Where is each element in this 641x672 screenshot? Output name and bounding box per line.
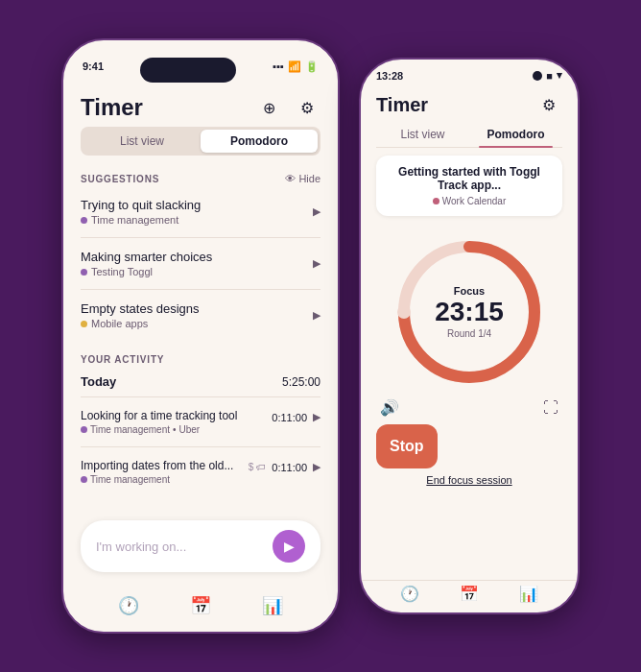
app-title-left: Timer [81, 94, 143, 121]
activity-play-2[interactable]: ▶ [313, 461, 320, 473]
nav-reports-left[interactable]: 📊 [262, 595, 283, 616]
settings-button[interactable]: ⚙ [294, 94, 320, 121]
suggestion-tag-2: Testing Toggl [81, 266, 212, 277]
suggestion-name-3: Empty states designs [81, 301, 200, 316]
activity-meta-1: Time management • Uber [81, 424, 237, 435]
timer-inner: Focus 23:15 Round 1/4 [435, 285, 504, 339]
eye-icon: 👁 [285, 173, 296, 184]
bottom-nav-right: 🕐 📅 📊 [361, 580, 578, 607]
dot-activity-2 [81, 476, 87, 483]
timer-focus-label: Focus [435, 285, 504, 297]
settings-button-right[interactable]: ⚙ [535, 91, 562, 118]
suggestion-tag-3: Mobile apps [81, 318, 200, 329]
working-placeholder: I'm working on... [96, 540, 186, 554]
activity-name-2: Importing dates from the old... [81, 459, 233, 472]
activity-section: YOUR ACTIVITY Today 5:25:00 Looking for … [63, 337, 338, 492]
nav-calendar-right[interactable]: 📅 [460, 585, 479, 603]
activity-time-2: 0:11:00 [272, 462, 307, 473]
left-phone: 9:41 ▪▪▪ 📶 🔋 Timer ⊕ ⚙ List view Pomodor… [61, 38, 340, 634]
play-icon-3[interactable]: ▶ [313, 309, 320, 322]
add-button[interactable]: ⊕ [255, 94, 282, 121]
calendar-dot [433, 198, 439, 204]
timer-ring: Focus 23:15 Round 1/4 [392, 235, 546, 389]
timer-round: Round 1/4 [435, 328, 504, 339]
task-card: Getting started with Toggl Track app... … [376, 156, 562, 216]
today-total: 5:25:00 [282, 375, 320, 389]
suggestions-header: SUGGESTIONS 👁 Hide [63, 165, 338, 190]
divider-2 [81, 289, 320, 290]
task-calendar: Work Calendar [390, 196, 549, 206]
wifi-icon: 📶 [288, 60, 301, 73]
right-phone: 13:28 ■ ▾ Timer ⚙ List view Pomodoro Get… [359, 58, 580, 614]
stop-icon-status: ■ [546, 70, 553, 82]
status-icons-left: ▪▪▪ 📶 🔋 [273, 60, 319, 73]
header-icons-left: ⊕ ⚙ [255, 94, 320, 121]
tab-pomodoro-left[interactable]: Pomodoro [201, 130, 318, 153]
tab-row-left: List view Pomodoro [81, 127, 320, 156]
dynamic-island-left [140, 58, 236, 83]
suggestion-info-1: Trying to quit slacking Time management [81, 198, 201, 226]
timer-dot [397, 305, 411, 319]
tab-list-view-right[interactable]: List view [376, 122, 469, 147]
activity-right-1: 0:11:00 ▶ [272, 411, 320, 423]
tab-pomodoro-right[interactable]: Pomodoro [469, 122, 562, 147]
billing-icon: $ [249, 462, 254, 472]
signal-icon-right: ▾ [557, 69, 562, 82]
working-play-button[interactable]: ▶ [273, 530, 305, 563]
nav-reports-right[interactable]: 📊 [519, 585, 538, 603]
stop-button[interactable]: Stop [376, 424, 438, 468]
time-left: 9:41 [83, 60, 104, 72]
activity-name-1: Looking for a time tracking tool [81, 409, 237, 422]
status-bar-left: 9:41 ▪▪▪ 📶 🔋 [63, 40, 338, 86]
activity-item-1[interactable]: Looking for a time tracking tool Time ma… [63, 401, 338, 443]
suggestion-name-2: Making smarter choices [81, 250, 212, 264]
activity-item-2[interactable]: Importing dates from the old... Time man… [63, 451, 338, 492]
nav-calendar-left[interactable]: 📅 [190, 595, 211, 616]
play-icon-1[interactable]: ▶ [313, 205, 320, 218]
activity-left-2: Importing dates from the old... Time man… [81, 459, 233, 485]
suggestions-label: SUGGESTIONS [81, 174, 159, 184]
tab-list-view-left[interactable]: List view [83, 130, 201, 153]
task-name: Getting started with Toggl Track app... [390, 165, 549, 192]
signal-icon: ▪▪▪ [273, 60, 284, 72]
timer-controls-row: 🔊 ⛶ [361, 395, 578, 424]
suggestion-info-2: Making smarter choices Testing Toggl [81, 250, 212, 277]
activity-header: YOUR ACTIVITY [63, 347, 338, 371]
divider-1 [81, 237, 320, 238]
working-input-container: I'm working on... ▶ [81, 520, 320, 572]
tag-icon: 🏷 [256, 462, 266, 472]
suggestion-tag-1: Time management [81, 214, 201, 226]
dot-icon-1 [81, 217, 87, 224]
app-title-right: Timer [376, 94, 428, 116]
end-session-link[interactable]: End focus session [361, 474, 578, 493]
nav-timer-left[interactable]: 🕐 [118, 595, 139, 616]
time-right: 13:28 [376, 70, 403, 82]
expand-icon[interactable]: ⛶ [543, 399, 558, 417]
battery-icon: 🔋 [305, 60, 319, 73]
divider-activity-2 [81, 446, 320, 447]
app-header-right: Timer ⚙ [361, 85, 578, 122]
play-icon-2[interactable]: ▶ [313, 257, 320, 270]
volume-icon[interactable]: 🔊 [380, 398, 399, 417]
nav-timer-right[interactable]: 🕐 [400, 585, 419, 603]
hide-button[interactable]: 👁 Hide [285, 173, 320, 184]
activity-icons-2: $ 🏷 [249, 462, 267, 472]
dot-icon-2 [81, 269, 87, 276]
tab-row-right: List view Pomodoro [376, 122, 562, 148]
divider-activity [81, 396, 320, 397]
today-row: Today 5:25:00 [63, 371, 338, 393]
suggestion-item-3[interactable]: Empty states designs Mobile apps ▶ [63, 294, 338, 337]
suggestion-info-3: Empty states designs Mobile apps [81, 301, 200, 329]
status-bar-right: 13:28 ■ ▾ [361, 60, 578, 85]
activity-play-1[interactable]: ▶ [313, 411, 320, 423]
activity-right-2: $ 🏷 0:11:00 ▶ [249, 461, 320, 473]
bottom-input-area: I'm working on... ▶ [63, 513, 338, 580]
activity-time-1: 0:11:00 [272, 412, 307, 423]
suggestion-item-1[interactable]: Trying to quit slacking Time management … [63, 190, 338, 233]
suggestion-item-2[interactable]: Making smarter choices Testing Toggl ▶ [63, 242, 338, 285]
suggestion-name-1: Trying to quit slacking [81, 198, 201, 212]
activity-left-1: Looking for a time tracking tool Time ma… [81, 409, 237, 435]
timer-display: 23:15 [435, 299, 504, 325]
dot-icon-3 [81, 321, 87, 327]
timer-container: Focus 23:15 Round 1/4 [361, 226, 578, 395]
